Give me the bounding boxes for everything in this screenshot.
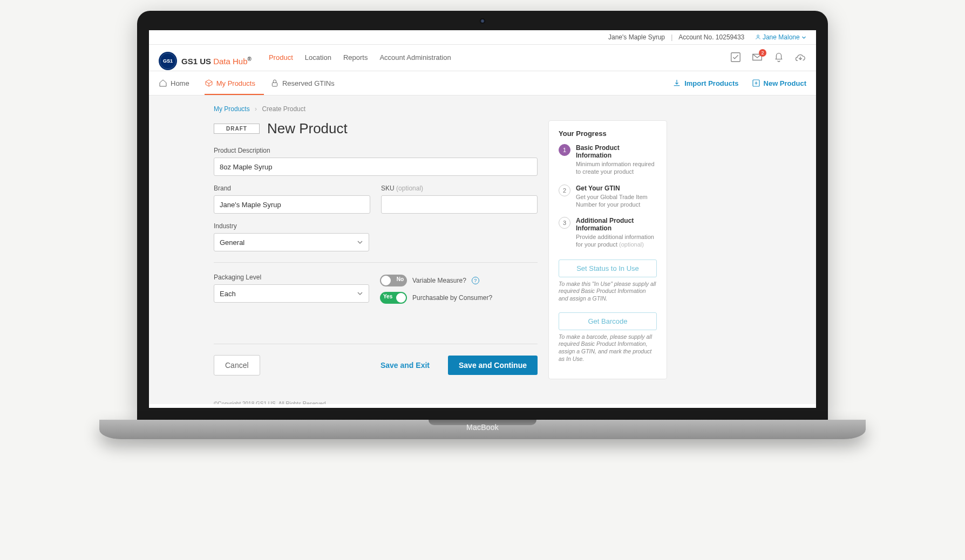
step-1: 1 Basic Product Information Minimum info… — [559, 144, 657, 176]
svg-rect-2 — [272, 83, 277, 86]
header: GS1 GS1 US Data Hub® Product Location Re… — [149, 45, 816, 71]
industry-label: Industry — [214, 222, 369, 230]
copyright: ©Copyright 2018 GS1 US. All Rights Reser… — [214, 401, 805, 404]
step-3: 3 Additional Product Information Provide… — [559, 217, 657, 249]
import-icon — [672, 79, 681, 87]
nav-admin[interactable]: Account Administration — [379, 53, 451, 62]
set-status-button[interactable]: Set Status to In Use — [559, 259, 657, 277]
nav-product[interactable]: Product — [269, 53, 293, 62]
header-icons: 2 — [730, 51, 806, 71]
import-products-button[interactable]: Import Products — [672, 79, 738, 87]
logo[interactable]: GS1 GS1 US Data Hub® — [159, 52, 252, 70]
subnav-my-products[interactable]: My Products — [205, 71, 264, 95]
divider — [214, 262, 538, 263]
purchasable-label: Purchasable by Consumer? — [412, 294, 492, 302]
checkbox-icon[interactable] — [730, 51, 742, 63]
sku-label: SKU (optional) — [381, 185, 538, 192]
laptop-bezel: Jane's Maple Syrup | Account No. 1025943… — [137, 11, 828, 420]
sub-nav: Home My Products Reserved GTINs Import P… — [149, 71, 816, 95]
purchasable-toggle[interactable]: Yes — [380, 292, 407, 304]
new-product-button[interactable]: New Product — [752, 79, 806, 87]
plus-icon — [752, 79, 760, 87]
sku-input[interactable] — [381, 195, 538, 214]
page-title: New Product — [267, 120, 348, 137]
variable-measure-label: Variable Measure? — [412, 277, 466, 284]
packaging-select[interactable]: Each — [214, 284, 369, 303]
get-barcode-note: To make a barcode, please supply all req… — [559, 333, 657, 363]
progress-title: Your Progress — [559, 129, 657, 138]
home-icon — [159, 79, 167, 87]
variable-measure-toggle[interactable]: No — [380, 275, 407, 286]
save-exit-button[interactable]: Save and Exit — [370, 356, 440, 375]
page-body: My Products › Create Product DRAFT New P… — [149, 95, 816, 404]
company-name: Jane's Maple Syrup — [608, 33, 665, 41]
breadcrumb-link[interactable]: My Products — [214, 105, 250, 113]
help-icon[interactable]: ? — [472, 277, 479, 284]
step-2: 2 Get Your GTIN Get your Global Trade It… — [559, 185, 657, 209]
logo-icon: GS1 — [159, 52, 177, 70]
save-continue-button[interactable]: Save and Continue — [448, 356, 538, 375]
chevron-right-icon: › — [255, 105, 257, 113]
lock-icon — [270, 79, 279, 87]
download-cloud-icon[interactable] — [794, 51, 806, 63]
get-barcode-button[interactable]: Get Barcode — [559, 312, 657, 330]
mail-badge: 2 — [759, 49, 766, 57]
breadcrumb-current: Create Product — [262, 105, 305, 113]
box-icon — [205, 79, 213, 87]
camera-icon — [480, 18, 485, 24]
brand-input[interactable] — [214, 195, 370, 214]
brand-text: GS1 US Data Hub® — [181, 56, 252, 66]
form-column: DRAFT New Product Product Description Br… — [214, 120, 538, 379]
main-nav: Product Location Reports Account Adminis… — [269, 53, 451, 69]
status-badge: DRAFT — [214, 124, 260, 134]
subnav-reserved[interactable]: Reserved GTINs — [270, 71, 343, 95]
packaging-label: Packaging Level — [214, 274, 369, 281]
divider — [214, 344, 538, 344]
user-menu[interactable]: Jane Malone — [755, 33, 806, 41]
svg-point-0 — [757, 35, 759, 37]
set-status-note: To make this "In Use" please supply all … — [559, 281, 657, 303]
laptop-brand: MacBook — [466, 423, 499, 432]
subnav-home[interactable]: Home — [159, 71, 198, 95]
nav-reports[interactable]: Reports — [343, 53, 368, 62]
mail-icon[interactable]: 2 — [751, 51, 763, 63]
brand-label: Brand — [214, 185, 370, 192]
breadcrumb: My Products › Create Product — [214, 105, 805, 113]
app-screen: Jane's Maple Syrup | Account No. 1025943… — [149, 30, 816, 408]
bell-icon[interactable] — [773, 51, 785, 63]
nav-location[interactable]: Location — [305, 53, 331, 62]
account-number: Account No. 10259433 — [678, 33, 744, 41]
desc-input[interactable] — [214, 158, 538, 176]
industry-select[interactable]: General — [214, 233, 369, 251]
progress-panel: Your Progress 1 Basic Product Informatio… — [548, 120, 667, 379]
desc-label: Product Description — [214, 147, 538, 154]
laptop-base: MacBook — [99, 420, 866, 439]
topbar: Jane's Maple Syrup | Account No. 1025943… — [149, 30, 816, 45]
cancel-button[interactable]: Cancel — [214, 355, 260, 375]
